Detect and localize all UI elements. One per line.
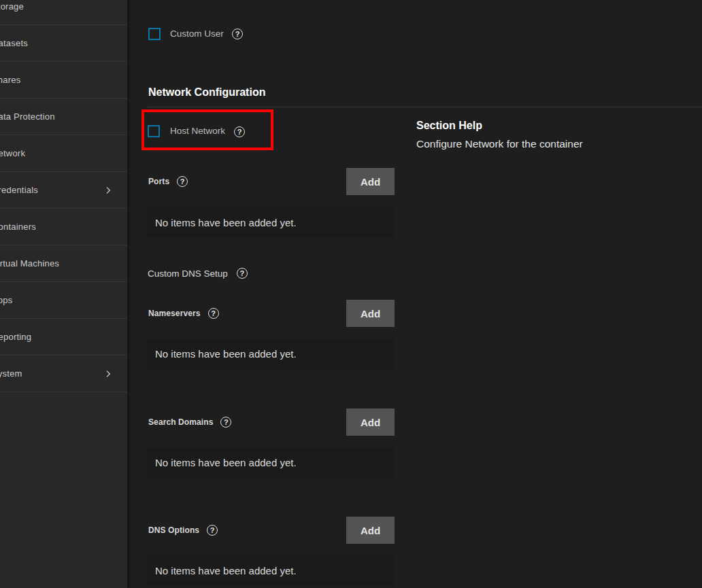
search-domains-help-icon[interactable]: ? <box>220 417 231 428</box>
sidebar-item-label: Datasets <box>0 38 28 48</box>
dns-options-empty-text: No items have been added yet. <box>147 555 395 586</box>
section-help-title: Section Help <box>416 120 482 132</box>
sidebar-item-label: Data Protection <box>0 111 55 122</box>
custom-dns-setup-row: Custom DNS Setup ? <box>148 267 248 279</box>
dns-options-empty-panel: No items have been added yet. <box>147 555 395 586</box>
sidebar-item-label: Storage <box>0 1 24 12</box>
sidebar-item[interactable]: Containers <box>0 209 127 245</box>
host-network-label: Host Network <box>170 125 225 137</box>
host-network-checkbox[interactable] <box>148 125 160 137</box>
sidebar-item[interactable]: Apps <box>0 282 127 319</box>
ports-add-button[interactable]: Add <box>346 168 395 195</box>
network-configuration-title: Network Configuration <box>148 86 265 99</box>
nameservers-empty-panel: No items have been added yet. <box>147 339 395 369</box>
sidebar-item[interactable]: Shares <box>0 62 127 99</box>
sidebar-item[interactable]: Credentials <box>0 172 127 209</box>
chevron-right-icon <box>103 369 113 379</box>
ports-help-icon[interactable]: ? <box>177 176 188 187</box>
dns-options-add-button[interactable]: Add <box>346 517 395 544</box>
custom-user-label: Custom User <box>170 28 224 40</box>
dns-options-label-row: DNS Options ? <box>148 517 218 544</box>
ports-label-row: Ports ? <box>148 168 188 195</box>
sidebar-item-label: Shares <box>0 75 20 85</box>
sidebar-nav: Storage Datasets Shares Data Pro <box>0 0 127 392</box>
sidebar-item-label: System <box>0 368 22 379</box>
section-divider <box>148 107 702 107</box>
custom-user-help-icon[interactable]: ? <box>232 29 243 39</box>
search-domains-label-row: Search Domains ? <box>148 409 231 436</box>
ports-label: Ports <box>148 177 169 186</box>
section-help-body: Configure Network for the container <box>416 139 583 150</box>
sidebar-item-label: Credentials <box>0 185 38 195</box>
chevron-right-icon <box>103 186 113 195</box>
sidebar-item[interactable]: Network <box>0 135 127 172</box>
sidebar-item-label: Containers <box>0 222 36 232</box>
sidebar-item[interactable]: Virtual Machines <box>0 245 127 282</box>
sidebar-item-label: Virtual Machines <box>0 258 59 269</box>
sidebar-item-label: Apps <box>0 295 12 305</box>
sidebar-item[interactable]: Datasets <box>0 25 127 62</box>
custom-dns-setup-label: Custom DNS Setup <box>148 269 228 279</box>
nameservers-label-row: Nameservers ? <box>148 300 219 327</box>
sidebar-item-label: Network <box>0 148 25 158</box>
sidebar-item[interactable]: Storage <box>0 0 127 25</box>
sidebar: Storage Datasets Shares Data Pro <box>0 0 127 588</box>
host-network-help-icon[interactable]: ? <box>234 126 245 137</box>
nameservers-help-icon[interactable]: ? <box>208 308 219 319</box>
sidebar-item[interactable]: System <box>0 356 127 392</box>
ports-empty-panel: No items have been added yet. <box>147 207 395 238</box>
custom-user-checkbox[interactable] <box>148 28 161 40</box>
search-domains-empty-panel: No items have been added yet. <box>147 447 395 478</box>
nameservers-add-button[interactable]: Add <box>346 300 395 327</box>
sidebar-item[interactable]: Reporting <box>0 319 127 356</box>
custom-dns-setup-help-icon[interactable]: ? <box>237 268 248 279</box>
dns-options-label: DNS Options <box>148 525 199 535</box>
sidebar-item[interactable]: Data Protection <box>0 99 127 135</box>
search-domains-label: Search Domains <box>148 417 213 427</box>
nameservers-label: Nameservers <box>148 309 201 318</box>
search-domains-add-button[interactable]: Add <box>346 409 395 436</box>
sidebar-item-label: Reporting <box>0 332 31 342</box>
ports-empty-text: No items have been added yet. <box>147 207 395 238</box>
nameservers-empty-text: No items have been added yet. <box>147 339 395 369</box>
search-domains-empty-text: No items have been added yet. <box>147 447 395 478</box>
dns-options-help-icon[interactable]: ? <box>207 525 218 536</box>
